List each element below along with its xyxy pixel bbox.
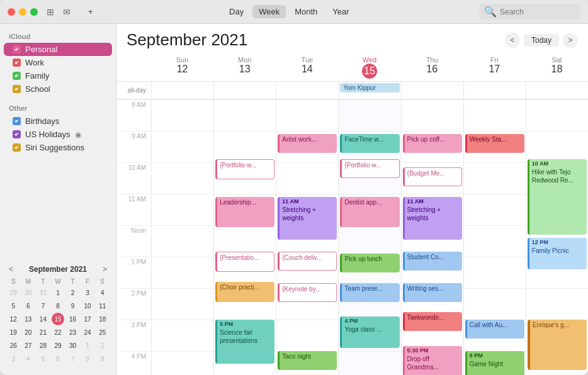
view-day-button[interactable]: Day (223, 5, 250, 18)
inbox-icon[interactable]: ✉ (62, 7, 72, 17)
event-thu-stretching[interactable]: 11 AMStretching + weights (403, 197, 462, 240)
mini-cal-day-26[interactable]: 26 (7, 339, 20, 352)
event-fri-weekly[interactable]: Weekly Sta... (465, 134, 524, 153)
event-mon-science-fair[interactable]: 5 PMScience fair presentations (215, 320, 274, 364)
sidebar-item-birthdays[interactable]: Birthdays (4, 115, 112, 128)
mini-cal-day-28[interactable]: 28 (37, 339, 49, 352)
event-thu-student-co[interactable]: Student Co... (403, 252, 462, 271)
mini-cal-day-6[interactable]: 6 (22, 299, 35, 312)
event-mon-presentation[interactable]: {Presentatio... (215, 252, 274, 272)
cal-prev-button[interactable]: < (505, 33, 520, 48)
event-wed-dentist[interactable]: Dentist app... (340, 197, 399, 227)
sidebar-item-us-holidays[interactable]: US Holidays ◉ (4, 128, 112, 141)
mini-cal-day-24[interactable]: 24 (81, 326, 94, 339)
search-bar[interactable]: 🔍 (479, 4, 580, 20)
event-sat-family-picnic[interactable]: 12 PMFamily Picnic (528, 238, 587, 269)
event-tue-taco[interactable]: Taco night (278, 351, 337, 370)
sidebar-item-personal[interactable]: Personal (4, 43, 112, 56)
sidebar-icon[interactable]: ⊞ (45, 7, 55, 17)
sidebar-item-school[interactable]: School (4, 82, 112, 96)
add-event-button[interactable]: + (82, 5, 99, 18)
mini-cal-day-23[interactable]: 23 (67, 326, 79, 339)
event-yom-kippur[interactable]: Yom Kippur (340, 83, 399, 92)
mini-cal-day-29-aug[interactable]: 29 (7, 286, 20, 299)
mini-cal-day-8-oct[interactable]: 8 (81, 352, 94, 365)
event-fri-game-night[interactable]: 6 PMGame Night (465, 351, 524, 375)
event-wed-portfolio[interactable]: {Portfolio w... (340, 159, 399, 178)
mini-cal-day-31-aug[interactable]: 31 (37, 286, 49, 299)
mini-cal-day-7-oct[interactable]: 7 (67, 352, 79, 365)
mini-cal-day-3[interactable]: 3 (81, 286, 94, 299)
event-sat-hike[interactable]: 10 AMHike with TejoRedwood Re... (528, 159, 587, 235)
mini-cal-day-5[interactable]: 5 (7, 299, 20, 312)
mini-cal-day-27[interactable]: 27 (22, 339, 35, 352)
mini-cal-day-20[interactable]: 20 (22, 326, 35, 339)
cal-next-button[interactable]: > (563, 33, 578, 48)
event-thu-writing[interactable]: Writing ses... (403, 283, 462, 302)
event-mon-choir[interactable]: {Choir practi... (215, 282, 274, 302)
mini-cal-day-4[interactable]: 4 (96, 286, 109, 299)
family-checkbox[interactable] (13, 72, 21, 80)
sidebar-item-siri-suggestions[interactable]: Siri Suggestions (4, 141, 112, 154)
view-week-button[interactable]: Week (252, 5, 286, 18)
mini-cal-day-19[interactable]: 19 (7, 326, 20, 339)
event-wed-lunch[interactable]: Pick up lunch (340, 254, 399, 272)
mini-cal-day-7[interactable]: 7 (37, 299, 49, 312)
mini-cal-day-29-sep[interactable]: 29 (52, 339, 64, 352)
mini-cal-day-25[interactable]: 25 (96, 326, 109, 339)
fullscreen-button[interactable] (30, 8, 38, 16)
view-year-button[interactable]: Year (326, 5, 355, 18)
mini-cal-day-3-oct[interactable]: 3 (7, 352, 20, 365)
mini-cal-day-1[interactable]: 1 (52, 286, 64, 299)
sidebar-item-work[interactable]: Work (4, 56, 112, 69)
event-fri-call[interactable]: Call with Au... (465, 320, 524, 339)
event-mon-leadership[interactable]: Leadership... (215, 197, 274, 227)
personal-checkbox[interactable] (13, 45, 21, 53)
mini-cal-day-21[interactable]: 21 (37, 326, 49, 339)
event-wed-facetime[interactable]: FaceTime w... (340, 134, 399, 153)
mini-cal-day-2-oct[interactable]: 2 (96, 339, 109, 352)
event-thu-budget[interactable]: {Budget Me... (403, 167, 462, 186)
event-wed-yoga[interactable]: 4 PMYoga class ... (340, 316, 399, 348)
mini-cal-day-4-oct[interactable]: 4 (22, 352, 35, 365)
mini-cal-day-2[interactable]: 2 (67, 286, 79, 299)
mini-cal-day-30[interactable]: 30 (67, 339, 79, 352)
mini-cal-day-16[interactable]: 16 (67, 313, 79, 325)
mini-cal-day-30-aug[interactable]: 30 (22, 286, 35, 299)
sidebar-item-family[interactable]: Family (4, 69, 112, 82)
mini-cal-day-17[interactable]: 17 (81, 313, 94, 325)
siri-suggestions-checkbox[interactable] (13, 143, 21, 152)
mini-cal-day-9[interactable]: 9 (67, 299, 79, 312)
mini-cal-day-1-oct[interactable]: 1 (81, 339, 94, 352)
minimize-button[interactable] (19, 8, 26, 16)
mini-cal-day-9-oct[interactable]: 9 (96, 352, 109, 365)
event-mon-portfolio[interactable]: {Portfolio w... (215, 159, 274, 179)
mini-cal-next-button[interactable]: > (100, 265, 110, 274)
mini-cal-day-18[interactable]: 18 (96, 313, 109, 325)
work-checkbox[interactable] (13, 59, 21, 67)
event-thu-taekwondo[interactable]: Taekwondo... (403, 312, 462, 331)
today-button[interactable]: Today (524, 34, 559, 47)
event-sat-enrique[interactable]: Enrique's g... (528, 320, 587, 370)
view-month-button[interactable]: Month (288, 5, 324, 18)
mini-cal-day-15[interactable]: 15 (52, 313, 64, 325)
event-wed-team-prese[interactable]: Team prese... (340, 283, 399, 302)
event-tue-couch[interactable]: {Couch deliv... (278, 252, 337, 271)
birthdays-checkbox[interactable] (13, 117, 21, 125)
close-button[interactable] (8, 8, 15, 16)
mini-cal-day-22[interactable]: 22 (52, 326, 64, 339)
event-thu-coffee[interactable]: Pick up coff... (403, 134, 462, 153)
mini-cal-day-8[interactable]: 8 (52, 299, 64, 312)
mini-cal-day-13[interactable]: 13 (22, 313, 35, 325)
mini-cal-day-12[interactable]: 12 (7, 313, 20, 325)
search-input[interactable] (500, 8, 575, 16)
mini-cal-day-14[interactable]: 14 (37, 313, 49, 325)
school-checkbox[interactable] (13, 85, 21, 93)
event-thu-dropoff[interactable]: 5:30 PMDrop off Grandma... (403, 346, 462, 375)
mini-cal-prev-button[interactable]: < (6, 265, 16, 274)
mini-cal-day-11[interactable]: 11 (96, 299, 109, 312)
event-tue-keynote[interactable]: {Keynote by... (278, 283, 337, 302)
us-holidays-checkbox[interactable] (13, 130, 21, 138)
mini-cal-day-5-oct[interactable]: 5 (37, 352, 49, 365)
mini-cal-day-10[interactable]: 10 (81, 299, 94, 312)
